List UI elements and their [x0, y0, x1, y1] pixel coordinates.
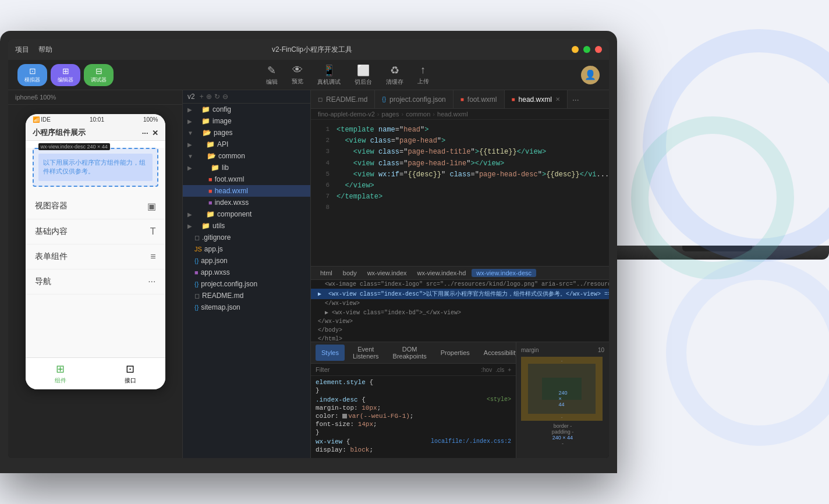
tree-item-foot-wxml[interactable]: ■ foot.wxml	[183, 173, 310, 185]
tool-device-debug[interactable]: 📱 真机调试	[317, 64, 341, 86]
css-rule-close: }	[316, 386, 511, 395]
maximize-button[interactable]	[583, 46, 590, 53]
tag-wx-view-index[interactable]: wx-view.index	[363, 269, 412, 277]
tree-item-lib[interactable]: ▶ 📁 lib	[183, 162, 310, 173]
tree-item-project-config[interactable]: {} project.config.json	[183, 278, 310, 290]
add-style[interactable]: +	[508, 367, 511, 373]
hover-filter[interactable]: :hov	[481, 367, 492, 373]
simulator-button[interactable]: ⊡ 模拟器	[17, 64, 47, 86]
nav-interface[interactable]: ⊡ 接口	[125, 363, 136, 385]
menu-help[interactable]: 帮助	[38, 45, 52, 55]
color-swatch	[342, 414, 347, 418]
minimize-button[interactable]	[572, 46, 579, 53]
tool-preview[interactable]: 👁 预览	[292, 64, 303, 86]
status-left: 📶 IDE	[33, 116, 51, 123]
tree-item-api[interactable]: ▶ 📁 API	[183, 139, 310, 150]
new-file-icon[interactable]: +	[200, 93, 204, 101]
editor-panel: ◻ README.md {} project.config.json ■ foo…	[311, 90, 609, 458]
iphone-status-bar: 📶 IDE 10:01 100%	[26, 114, 165, 125]
tree-label-image: image	[212, 117, 232, 125]
tree-item-appwxss[interactable]: ■ app.wxss	[183, 267, 310, 278]
menu-item-nav[interactable]: 导航 ···	[26, 269, 165, 294]
status-battery: 100%	[143, 116, 158, 123]
upload-label: 上传	[417, 77, 429, 86]
tree-item-appjson[interactable]: {} app.json	[183, 255, 310, 267]
menu-item-content[interactable]: 基础内容 T	[26, 219, 165, 244]
bg-decoration-2	[631, 116, 794, 279]
chevron-lib-icon: ▶	[187, 165, 192, 171]
tree-item-head-wxml[interactable]: ■ head.wxml	[183, 185, 310, 197]
file-git-icon: ◻	[194, 234, 200, 242]
file-readme-icon: ◻	[194, 292, 200, 300]
tab-foot-wxml[interactable]: ■ foot.wxml	[454, 90, 505, 108]
debugger-button[interactable]: ⊟ 调试器	[84, 64, 114, 86]
tool-background[interactable]: ⬜ 切后台	[355, 64, 372, 86]
tool-upload[interactable]: ↑ 上传	[417, 64, 429, 86]
device-frame: 📶 IDE 10:01 100% 小程序组件展示 ··· ✕	[8, 105, 182, 458]
box-model-title: margin 10	[521, 347, 604, 353]
interface-icon: ⊡	[126, 363, 134, 375]
tab-readme[interactable]: ◻ README.md	[311, 90, 375, 108]
dom-breakpoints-tab[interactable]: DOM Breakpoints	[387, 345, 433, 361]
tab-head-wxml[interactable]: ■ head.wxml ✕	[505, 90, 568, 108]
refresh-icon[interactable]: ↻	[214, 93, 220, 101]
tab-project-config-label: project.config.json	[389, 95, 446, 104]
tree-item-appjs[interactable]: JS app.js	[183, 243, 310, 255]
menu-item-form[interactable]: 表单组件 ≡	[26, 244, 165, 269]
styles-tab[interactable]: Styles	[316, 345, 345, 361]
user-avatar[interactable]: 👤	[581, 66, 600, 84]
tree-item-common[interactable]: ▼ 📂 common	[183, 150, 310, 162]
tree-item-readme[interactable]: ◻ README.md	[183, 290, 310, 301]
menu-item-view[interactable]: 视图容器 ▣	[26, 194, 165, 219]
app-name: 小程序组件展示	[33, 127, 86, 138]
css-rule-element: element.style {	[316, 378, 511, 386]
tree-item-gitignore[interactable]: ◻ .gitignore	[183, 232, 310, 243]
close-icon[interactable]: ✕	[152, 129, 158, 137]
tab-project-config[interactable]: {} project.config.json	[375, 90, 453, 108]
menu-project[interactable]: 项目	[15, 45, 29, 55]
code-line-7: 7 </template>	[311, 191, 609, 203]
title-bar: 项目 帮助 v2-FinClip小程序开发工具	[8, 39, 609, 60]
tree-item-config[interactable]: ▶ 📁 config	[183, 104, 310, 115]
breadcrumb-pages: pages	[382, 111, 399, 118]
tree-item-image[interactable]: ▶ 📁 image	[183, 115, 310, 127]
head-tab-icon: ■	[512, 96, 515, 102]
event-listeners-tab[interactable]: Event Listeners	[347, 345, 385, 361]
content-dims: 240 × 44	[521, 435, 604, 441]
tag-wx-view-index-hd[interactable]: wx-view.index-hd	[413, 269, 471, 277]
collapse-icon[interactable]: ⊖	[222, 93, 228, 101]
code-editor[interactable]: 1 <template name="head"> 2 <view class="…	[311, 120, 609, 266]
tree-item-utils[interactable]: ▶ 📁 utils	[183, 220, 310, 232]
tree-item-pages[interactable]: ▼ 📂 pages	[183, 127, 310, 139]
tag-body[interactable]: body	[338, 269, 362, 277]
tag-wx-view-index-desc[interactable]: wx-view.index-desc	[472, 269, 536, 277]
new-folder-icon[interactable]: ⊕	[206, 93, 212, 101]
styles-tab-bar: Styles Event Listeners DOM Breakpoints P…	[311, 342, 516, 364]
tab-close-icon[interactable]: ✕	[555, 96, 560, 102]
background-icon: ⬜	[357, 64, 370, 77]
menu-icon-content: T	[150, 226, 156, 237]
css-source-link[interactable]: localfile:/.index.css:2	[431, 438, 511, 445]
margin-value: 10	[598, 347, 604, 353]
editor-button[interactable]: ⊞ 编辑器	[51, 64, 80, 86]
more-icon[interactable]: ···	[142, 129, 148, 137]
nav-component[interactable]: ⊞ 组件	[55, 363, 66, 385]
html-line-3: </wx-view>	[311, 299, 609, 308]
close-button[interactable]	[595, 46, 602, 53]
tab-more-button[interactable]: ···	[568, 95, 584, 104]
tool-clear-cache[interactable]: ♻ 清缓存	[386, 64, 403, 86]
cls-filter[interactable]: .cls	[495, 367, 504, 373]
menu-icon-nav: ···	[148, 276, 155, 287]
properties-tab[interactable]: Properties	[435, 345, 476, 361]
tag-html[interactable]: html	[316, 269, 337, 277]
accessibility-tab[interactable]: Accessibility	[478, 345, 516, 361]
iphone-bottom-nav: ⊞ 组件 ⊡ 接口	[26, 357, 165, 389]
css-wx-view: wx-view { localfile:/.index.css:2	[316, 438, 511, 446]
folder-utils-icon: 📁	[201, 222, 210, 230]
tree-item-sitemap[interactable]: {} sitemap.json	[183, 301, 310, 313]
tool-edit[interactable]: ✎ 编辑	[266, 64, 278, 86]
tree-label-appwxss: app.wxss	[201, 268, 230, 276]
filter-input[interactable]	[316, 366, 481, 373]
tree-item-index-wxss[interactable]: ■ index.wxss	[183, 197, 310, 208]
tree-item-component[interactable]: ▶ 📁 component	[183, 208, 310, 220]
